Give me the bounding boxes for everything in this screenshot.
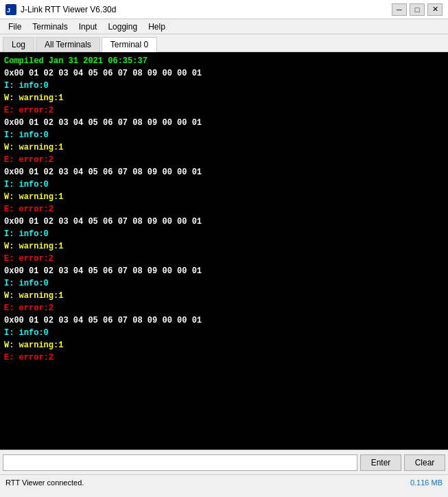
terminal-line: 0x00 01 02 03 04 05 06 07 08 09 00 00 01 <box>4 67 444 80</box>
menu-logging[interactable]: Logging <box>102 21 143 33</box>
terminal-line: I: info:0 <box>4 228 444 240</box>
terminal-input[interactable] <box>3 454 357 471</box>
menu-bar: File Terminals Input Logging Help <box>0 19 448 34</box>
close-button[interactable]: ✕ <box>427 3 443 16</box>
terminal-line: W: warning:1 <box>4 290 444 302</box>
terminal-line: I: info:0 <box>4 277 444 290</box>
tab-all-terminals[interactable]: All Terminals <box>36 37 100 51</box>
title-bar-left: J J-Link RTT Viewer V6.30d <box>5 4 116 15</box>
status-text: RTT Viewer connected. <box>5 478 84 487</box>
title-bar: J J-Link RTT Viewer V6.30d ─ □ ✕ <box>0 0 448 19</box>
terminal-line: 0x00 01 02 03 04 05 06 07 08 09 00 00 01 <box>4 314 444 327</box>
menu-help[interactable]: Help <box>143 21 171 33</box>
terminal-line: 0x00 01 02 03 04 05 06 07 08 09 00 00 01 <box>4 216 444 228</box>
terminal-line: W: warning:1 <box>4 339 444 351</box>
window-title: J-Link RTT Viewer V6.30d <box>21 5 116 14</box>
maximize-button[interactable]: □ <box>410 3 425 16</box>
terminal-line: E: error:2 <box>4 104 444 117</box>
terminal-line: E: error:2 <box>4 253 444 265</box>
terminal-line: W: warning:1 <box>4 240 444 253</box>
minimize-button[interactable]: ─ <box>392 3 407 16</box>
tab-bar: Log All Terminals Terminal 0 <box>0 34 448 52</box>
title-bar-controls: ─ □ ✕ <box>392 3 443 16</box>
terminal-line: W: warning:1 <box>4 141 444 154</box>
terminal-line: E: error:2 <box>4 203 444 216</box>
terminal-line: I: info:0 <box>4 129 444 141</box>
menu-terminals[interactable]: Terminals <box>27 21 73 33</box>
clear-button[interactable]: Clear <box>404 454 445 471</box>
terminal-line: W: warning:1 <box>4 92 444 104</box>
tab-log[interactable]: Log <box>3 37 34 51</box>
terminal-line: I: info:0 <box>4 327 444 339</box>
terminal-line: 0x00 01 02 03 04 05 06 07 08 09 00 00 01 <box>4 265 444 277</box>
terminal-line: I: info:0 <box>4 80 444 92</box>
status-bar: RTT Viewer connected. 0.116 MB <box>0 474 448 489</box>
terminal-line: 0x00 01 02 03 04 05 06 07 08 09 00 00 01 <box>4 166 444 178</box>
memory-usage: 0.116 MB <box>410 478 443 487</box>
terminal-line: E: error:2 <box>4 302 444 314</box>
tab-terminal-0[interactable]: Terminal 0 <box>102 37 157 52</box>
terminal-line: W: warning:1 <box>4 191 444 203</box>
terminal-output: Compiled Jan 31 2021 06:35:370x00 01 02 … <box>0 52 448 450</box>
app-icon: J <box>5 4 16 15</box>
terminal-line: 0x00 01 02 03 04 05 06 07 08 09 00 00 01 <box>4 117 444 129</box>
menu-input[interactable]: Input <box>73 21 103 33</box>
terminal-line: Compiled Jan 31 2021 06:35:37 <box>4 55 444 67</box>
terminal-line: E: error:2 <box>4 351 444 364</box>
terminal-line: E: error:2 <box>4 154 444 166</box>
menu-file[interactable]: File <box>3 21 27 33</box>
svg-text:J: J <box>7 7 10 14</box>
input-row: Enter Clear <box>0 450 448 474</box>
enter-button[interactable]: Enter <box>360 454 401 471</box>
terminal-line: I: info:0 <box>4 178 444 191</box>
